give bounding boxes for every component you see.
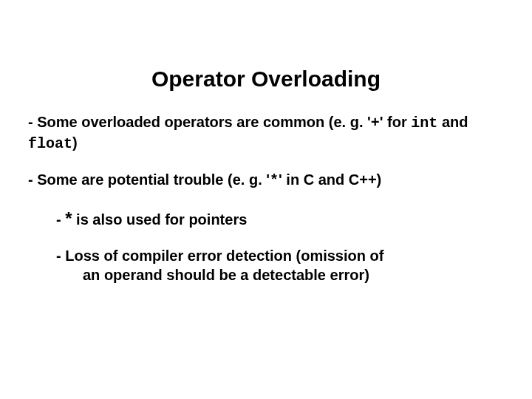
text-continuation: an operand should be a detectable error)	[56, 265, 474, 284]
slide-title: Operator Overloading	[0, 0, 532, 112]
sub-bullet-list: - * is also used for pointers - Loss of …	[28, 207, 497, 284]
text: - Loss of compiler error detection (omis…	[56, 248, 383, 264]
text: ' in C and C++)	[279, 171, 381, 188]
text: is also used for pointers	[72, 211, 248, 228]
code-star: *	[270, 172, 279, 189]
text: -	[56, 211, 65, 228]
text: - Some overloaded operators are common (…	[28, 114, 371, 130]
text: - Some are potential trouble (e. g. '	[28, 171, 270, 188]
text: )	[72, 134, 78, 151]
code-plus: +	[371, 115, 380, 132]
text: and	[437, 114, 468, 130]
text: ' for	[380, 114, 412, 130]
sub-bullet-error-detection: - Loss of compiler error detection (omis…	[56, 246, 474, 284]
code-int: int	[411, 115, 437, 132]
sub-bullet-pointer-use: - * is also used for pointers	[56, 207, 474, 230]
bullet-potential-trouble: - Some are potential trouble (e. g. '*' …	[28, 170, 497, 191]
bullet-overloaded-common: - Some overloaded operators are common (…	[28, 112, 497, 154]
star-symbol: *	[65, 208, 72, 228]
slide-content: - Some overloaded operators are common (…	[0, 112, 532, 284]
code-float: float	[28, 135, 72, 152]
slide: Operator Overloading - Some overloaded o…	[0, 0, 532, 399]
